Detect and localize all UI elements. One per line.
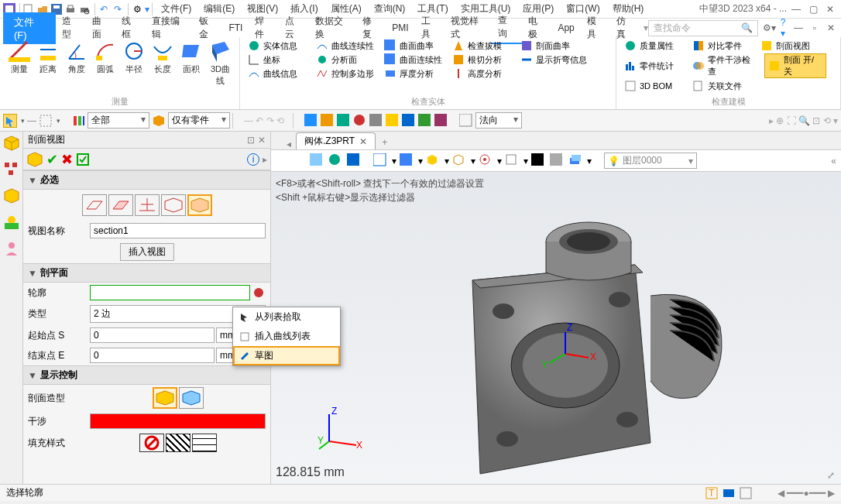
fill-hatch2[interactable] — [192, 434, 217, 452]
plane-opt-3[interactable] — [135, 194, 160, 216]
vis8-icon[interactable] — [418, 114, 432, 128]
cmd-curve-cont[interactable]: 曲线连续性 — [316, 39, 378, 52]
vt-shade[interactable] — [400, 153, 415, 169]
axis-icon[interactable] — [459, 114, 473, 128]
cmd-3dbom[interactable]: 3D BOM — [624, 80, 686, 92]
plane-opt-5[interactable] — [187, 194, 212, 216]
vt-box[interactable] — [426, 153, 441, 169]
vt-collapse-icon[interactable]: « — [831, 156, 836, 166]
cmd-thickness[interactable]: 厚度分析 — [384, 67, 446, 80]
cmd-surf-cont[interactable]: 曲面连续性 — [384, 53, 446, 66]
cmd-section-curv[interactable]: 剖面曲率 — [520, 39, 582, 52]
cmd-compare[interactable]: 对比零件 — [692, 39, 754, 52]
cmd-angle[interactable]: 角度 — [63, 40, 90, 93]
vt-grey[interactable] — [550, 153, 565, 169]
ok-icon[interactable]: ✔ — [46, 151, 58, 168]
vt2[interactable] — [328, 153, 344, 169]
box-select-icon[interactable] — [39, 114, 53, 128]
parts-only-icon[interactable] — [152, 114, 166, 128]
scene-icon[interactable] — [3, 214, 20, 231]
interference-color[interactable] — [90, 413, 266, 429]
vt-wire[interactable] — [373, 153, 389, 169]
vis6-icon[interactable] — [386, 114, 400, 128]
fill-hatch1[interactable] — [166, 434, 191, 452]
profile-input[interactable] — [90, 285, 250, 300]
close-icon[interactable]: ✕ — [822, 4, 838, 15]
insert-view-btn[interactable]: 插入视图 — [120, 243, 174, 261]
filter-icon[interactable] — [71, 114, 85, 128]
cmd-mass[interactable]: 质量属性 — [624, 39, 686, 52]
vis1-icon[interactable] — [304, 114, 318, 128]
panel-pin-icon[interactable]: ⊡ — [247, 135, 255, 146]
cmd-linked-files[interactable]: 关联文件 — [692, 80, 754, 92]
panel-close-icon[interactable]: ✕ — [258, 135, 266, 146]
vt-black[interactable] — [531, 153, 547, 169]
cmd-interference[interactable]: 零件干涉检查 — [692, 54, 758, 77]
vis5-icon[interactable] — [369, 114, 383, 128]
tab-close-icon[interactable]: ✕ — [359, 136, 367, 147]
end-input[interactable] — [90, 348, 215, 363]
direction-combo[interactable]: 法向▾ — [475, 112, 522, 129]
cmd-coord[interactable]: 坐标 — [248, 53, 310, 66]
doc-min-icon[interactable]: — — [791, 22, 806, 33]
max-icon[interactable]: ▢ — [805, 4, 821, 15]
ctx-pick-list[interactable]: 从列表拾取 — [233, 307, 340, 327]
vis3-icon[interactable] — [337, 114, 351, 128]
vt-panel[interactable] — [505, 153, 520, 169]
apply-icon[interactable] — [76, 153, 90, 166]
ctx-sketch[interactable]: 草图 — [233, 346, 340, 365]
fill-none[interactable] — [139, 434, 164, 452]
cmd-arc[interactable]: 圆弧 — [91, 40, 118, 93]
vis4-icon[interactable] — [353, 114, 367, 128]
tab-pmi[interactable]: PMI — [386, 20, 414, 36]
cmd-undercut[interactable]: 根切分析 — [452, 53, 514, 66]
cmd-radius[interactable]: 半径 — [121, 40, 148, 93]
doc-close-icon[interactable]: ✕ — [823, 22, 838, 33]
section-cutplane[interactable]: ▼剖平面 — [23, 263, 270, 283]
vt3[interactable] — [347, 153, 362, 169]
filter-combo[interactable]: 全部▾ — [88, 112, 149, 129]
cmd-measure[interactable]: 测量 — [5, 40, 33, 93]
sb-slider[interactable]: ◀ ━━━●━━━ ▶ — [777, 488, 835, 499]
cmd-analyze-face[interactable]: 分析面 — [316, 53, 378, 66]
doc-max-icon[interactable]: ▫ — [807, 22, 822, 33]
cancel-icon[interactable]: ✖ — [61, 151, 73, 168]
vis7-icon[interactable] — [402, 114, 416, 128]
cmd-surf-curv[interactable]: 曲面曲率 — [384, 39, 446, 52]
view-name-input[interactable] — [90, 223, 266, 238]
cmd-section-view[interactable]: 剖面视图 — [760, 39, 822, 52]
cmd-entity-info[interactable]: 实体信息 — [248, 39, 310, 52]
vt-target[interactable] — [479, 153, 494, 169]
expand-icon[interactable]: ▸ — [263, 154, 267, 165]
section-display[interactable]: ▼显示控制 — [23, 365, 270, 385]
ctx-insert-curve[interactable]: 插入曲线列表 — [233, 327, 340, 346]
plane-opt-1[interactable] — [82, 194, 107, 216]
tab-fti[interactable]: FTI — [222, 20, 249, 36]
settings-icon[interactable]: ⚙▾ — [763, 22, 776, 33]
tab-add-icon[interactable]: + — [376, 135, 393, 149]
cmd-3dcurve[interactable]: 3D曲线 — [207, 40, 234, 93]
tree-icon[interactable] — [3, 161, 20, 178]
vis9-icon[interactable] — [434, 114, 448, 128]
select-icon[interactable] — [3, 114, 17, 128]
box2-icon[interactable] — [3, 187, 20, 204]
tab-app2[interactable]: App — [551, 20, 580, 36]
plane-opt-4[interactable] — [161, 194, 186, 216]
command-search[interactable]: 查找命令🔍 — [648, 20, 758, 36]
cmd-ctrl-poly[interactable]: 控制多边形 — [316, 67, 378, 80]
cmd-curve-info[interactable]: 曲线信息 — [248, 67, 310, 80]
cmd-section-toggle[interactable]: 剖面 开/关 — [764, 53, 826, 78]
cmd-height[interactable]: 高度分析 — [452, 67, 514, 80]
layer-combo[interactable]: 💡图层0000▾ — [604, 153, 697, 169]
vt-box2[interactable] — [452, 153, 468, 169]
box-icon[interactable] — [3, 135, 20, 152]
min-icon[interactable]: — — [788, 4, 804, 15]
parts-combo[interactable]: 仅有零件▾ — [168, 112, 230, 129]
document-tab[interactable]: 阀体.Z3PRT✕ — [296, 132, 376, 149]
vis2-icon[interactable] — [321, 114, 335, 128]
3d-canvas[interactable]: <F8>或者<Shift-roll> 查找下一个有效的过滤器设置 <Shift … — [271, 172, 841, 484]
start-input[interactable] — [90, 327, 215, 343]
shape-opt-2[interactable] — [179, 387, 204, 409]
vt-stack[interactable] — [568, 153, 584, 169]
cmd-draft-check[interactable]: 检查拔模 — [452, 39, 514, 52]
